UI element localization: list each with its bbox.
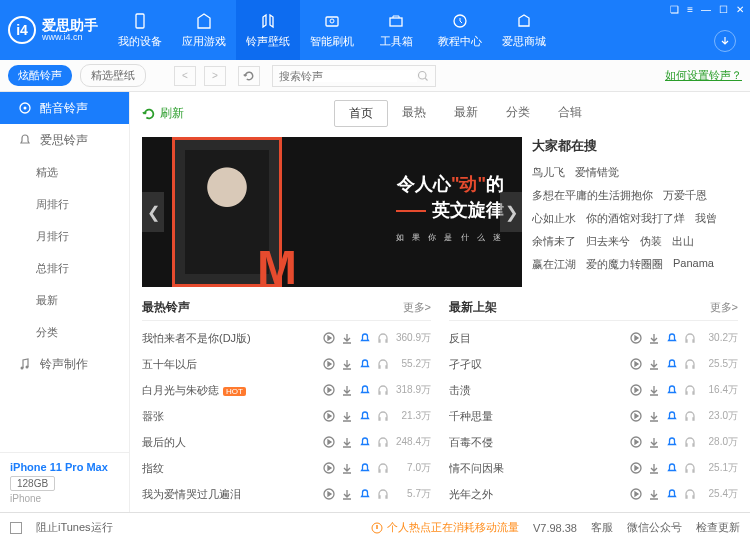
headphone-icon[interactable]: [684, 384, 696, 396]
play-icon[interactable]: [630, 384, 642, 396]
banner-next-button[interactable]: ❯: [500, 192, 522, 232]
ringtone-icon[interactable]: [666, 462, 678, 474]
row-title[interactable]: 反目: [449, 331, 630, 346]
hotsearch-term[interactable]: 鸟儿飞: [532, 165, 565, 180]
ringtone-icon[interactable]: [666, 488, 678, 500]
help-link[interactable]: 如何设置铃声？: [665, 68, 742, 83]
window-skin-icon[interactable]: ❏: [670, 4, 679, 15]
row-title[interactable]: 情不问因果: [449, 461, 630, 476]
headphone-icon[interactable]: [377, 332, 389, 344]
nav-tab-0[interactable]: 我的设备: [108, 0, 172, 60]
headphone-icon[interactable]: [684, 358, 696, 370]
hotsearch-term[interactable]: 归去来兮: [586, 234, 630, 249]
footer-update[interactable]: 检查更新: [696, 520, 740, 535]
play-icon[interactable]: [323, 384, 335, 396]
itunes-checkbox[interactable]: [10, 522, 22, 534]
ringtone-icon[interactable]: [359, 332, 371, 344]
hotsearch-term[interactable]: 你的酒馆对我打了烊: [586, 211, 685, 226]
row-title[interactable]: 我怕来者不是你(DJ版): [142, 331, 323, 346]
headphone-icon[interactable]: [377, 384, 389, 396]
headphone-icon[interactable]: [684, 462, 696, 474]
sidebar-item-5[interactable]: 总排行: [0, 252, 129, 284]
hotsearch-term[interactable]: 爱情错觉: [575, 165, 619, 180]
play-icon[interactable]: [323, 332, 335, 344]
ringtone-icon[interactable]: [666, 436, 678, 448]
hero-banner[interactable]: ❮ ❯ M 令人心"动"的 英文旋律 如 果 你 是 什 么 迷: [142, 137, 522, 287]
download-icon[interactable]: [648, 462, 660, 474]
window-close-icon[interactable]: ✕: [736, 4, 744, 15]
sidebar-item-3[interactable]: 周排行: [0, 188, 129, 220]
content-tab-2[interactable]: 最新: [440, 100, 492, 127]
play-icon[interactable]: [630, 488, 642, 500]
ringtone-icon[interactable]: [666, 332, 678, 344]
play-icon[interactable]: [630, 358, 642, 370]
download-icon[interactable]: [341, 358, 353, 370]
nav-tab-5[interactable]: 教程中心: [428, 0, 492, 60]
ringtone-icon[interactable]: [666, 384, 678, 396]
hotsearch-term[interactable]: 出山: [672, 234, 694, 249]
subtab-ringtones[interactable]: 炫酷铃声: [8, 65, 72, 86]
row-title[interactable]: 百毒不侵: [449, 435, 630, 450]
row-title[interactable]: 孑孑叹: [449, 357, 630, 372]
subtab-wallpapers[interactable]: 精选壁纸: [80, 64, 146, 87]
headphone-icon[interactable]: [377, 488, 389, 500]
window-menu-icon[interactable]: ≡: [687, 4, 693, 15]
hot-more-link[interactable]: 更多>: [403, 300, 431, 315]
row-title[interactable]: 五十年以后: [142, 357, 323, 372]
content-tab-1[interactable]: 最热: [388, 100, 440, 127]
row-title[interactable]: 最后的人: [142, 435, 323, 450]
play-icon[interactable]: [323, 488, 335, 500]
download-icon[interactable]: [341, 462, 353, 474]
search-icon[interactable]: [417, 70, 429, 82]
row-title[interactable]: 白月光与朱砂痣HOT: [142, 383, 323, 398]
row-title[interactable]: 指纹: [142, 461, 323, 476]
row-title[interactable]: 千种思量: [449, 409, 630, 424]
ringtone-icon[interactable]: [359, 488, 371, 500]
headphone-icon[interactable]: [377, 410, 389, 422]
ringtone-icon[interactable]: [666, 410, 678, 422]
row-title[interactable]: 嚣张: [142, 409, 323, 424]
nav-forward-button[interactable]: >: [204, 66, 226, 86]
headphone-icon[interactable]: [377, 358, 389, 370]
hotsearch-term[interactable]: 万爱千恩: [663, 188, 707, 203]
hotsearch-term[interactable]: 余情未了: [532, 234, 576, 249]
headphone-icon[interactable]: [684, 410, 696, 422]
sidebar-item-6[interactable]: 最新: [0, 284, 129, 316]
download-icon[interactable]: [341, 384, 353, 396]
sidebar-item-4[interactable]: 月排行: [0, 220, 129, 252]
play-icon[interactable]: [630, 436, 642, 448]
row-title[interactable]: 我为爱情哭过几遍泪: [142, 487, 323, 502]
download-indicator[interactable]: [714, 30, 736, 52]
device-panel[interactable]: iPhone 11 Pro Max 128GB iPhone: [0, 452, 129, 512]
download-icon[interactable]: [648, 358, 660, 370]
window-max-icon[interactable]: ☐: [719, 4, 728, 15]
footer-wechat[interactable]: 微信公众号: [627, 520, 682, 535]
hotsearch-term[interactable]: Panama: [673, 257, 714, 272]
hotsearch-term[interactable]: 赢在江湖: [532, 257, 576, 272]
ringtone-icon[interactable]: [359, 358, 371, 370]
download-icon[interactable]: [341, 436, 353, 448]
search-input[interactable]: [279, 70, 417, 82]
nav-tab-6[interactable]: 爱思商城: [492, 0, 556, 60]
sidebar-item-1[interactable]: 爱思铃声: [0, 124, 129, 156]
banner-prev-button[interactable]: ❮: [142, 192, 164, 232]
row-title[interactable]: 光年之外: [449, 487, 630, 502]
nav-back-button[interactable]: <: [174, 66, 196, 86]
play-icon[interactable]: [323, 462, 335, 474]
download-icon[interactable]: [648, 332, 660, 344]
search-box[interactable]: [272, 65, 436, 87]
footer-support[interactable]: 客服: [591, 520, 613, 535]
hotsearch-term[interactable]: 我曾: [695, 211, 717, 226]
headphone-icon[interactable]: [684, 488, 696, 500]
content-tab-4[interactable]: 合辑: [544, 100, 596, 127]
nav-tab-4[interactable]: 工具箱: [364, 0, 428, 60]
content-tab-0[interactable]: 首页: [334, 100, 388, 127]
headphone-icon[interactable]: [684, 436, 696, 448]
nav-tab-1[interactable]: 应用游戏: [172, 0, 236, 60]
hotsearch-term[interactable]: 多想在平庸的生活拥抱你: [532, 188, 653, 203]
window-min-icon[interactable]: —: [701, 4, 711, 15]
ringtone-icon[interactable]: [359, 436, 371, 448]
download-icon[interactable]: [648, 384, 660, 396]
nav-tab-2[interactable]: 铃声壁纸: [236, 0, 300, 60]
ringtone-icon[interactable]: [359, 410, 371, 422]
